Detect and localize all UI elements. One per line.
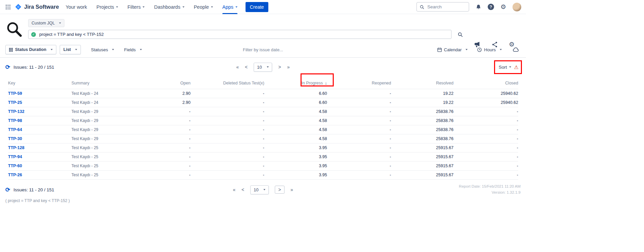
primary-nav: Your work Projects Filters Dashboards Pe… [66,0,237,14]
next-page-button[interactable]: > [278,64,281,70]
nav-item-dashboards[interactable]: Dashboards [154,0,184,14]
cell-resolved: 25915.67 [391,143,453,152]
cell-deleted-status-test: - [191,143,264,152]
user-avatar[interactable] [513,3,521,11]
issue-key-link[interactable]: TTP-64 [8,127,22,132]
statuses-dropdown[interactable]: Statuses [91,47,114,52]
chevron-down-icon [51,49,53,50]
issue-key-link[interactable]: TTP-30 [8,136,22,141]
sort-dropdown[interactable]: Sort [499,65,511,70]
create-button[interactable]: Create [246,2,268,12]
table-row: TTP-59 Test Kaydı - 24 2.90 - 6.60 - 19.… [8,89,518,98]
view-type-button[interactable]: Status Duration [5,45,56,54]
chevron-down-icon [500,49,502,50]
notifications-bell-icon[interactable] [474,3,483,11]
jql-echo: ( project = TTP and key < TTP-152 ) [5,198,526,203]
column-header-closed[interactable]: Closed [453,76,518,89]
cell-in-progress: 3.95 [264,171,327,180]
issues-count-label: Issues: 11 - 20 / 151 [13,187,54,192]
prev-page-button[interactable]: < [241,187,244,192]
cell-in-progress: 3.95 [264,143,327,152]
issues-info-bottom: ⟳ Issues: 11 - 20 / 151 [5,187,54,193]
settings-gear-icon[interactable]: ⚙ [499,2,507,11]
jql-mode-button[interactable]: Custom JQL [28,19,64,27]
cell-closed: - [453,107,518,116]
issue-summary: Test Kaydı - 29 [71,125,149,134]
issue-summary: Test Kaydı - 24 [71,89,149,98]
column-header-deleted-status-test[interactable]: Deleted Status Test(x) [191,76,264,89]
cell-open: - [149,107,191,116]
jira-brand[interactable]: Jira Software [15,3,59,10]
global-search[interactable] [416,2,469,12]
list-view-button[interactable]: List [60,45,81,54]
issue-key-link[interactable]: TTP-98 [8,118,22,123]
table-row: TTP-26 Test Kaydı - 25 - - 3.95 - 25915.… [8,171,518,180]
issue-key-link[interactable]: TTP-128 [8,145,24,150]
toolbar-divider [0,57,526,58]
cell-resolved: 19.22 [391,89,453,98]
help-icon[interactable]: ? [488,4,494,10]
issue-key-link[interactable]: TTP-60 [8,164,22,168]
cell-reopened: - [327,152,391,162]
global-search-input[interactable] [427,4,464,10]
page-size-select[interactable]: 10 [250,185,269,194]
nav-item-projects[interactable]: Projects [97,0,118,14]
export-cloud-icon[interactable] [511,46,521,54]
app-switcher-icon[interactable] [4,3,12,11]
pagination-top: « < 10 > » [236,63,289,72]
nav-item-people[interactable]: People [194,0,213,14]
issue-key-link[interactable]: TTP-132 [8,109,24,114]
jql-query-field[interactable]: ✓ [28,30,451,39]
hours-dropdown[interactable]: Hours [477,47,502,52]
cell-open: - [149,162,191,171]
cell-closed: - [453,152,518,162]
column-header-resolved[interactable]: Resolved [391,76,453,89]
cell-deleted-status-test: - [191,98,264,107]
page-size-select[interactable]: 10 [254,63,272,72]
issue-date-filter-input[interactable] [224,47,302,53]
jql-submit-search-icon[interactable] [456,30,464,39]
issue-key-link[interactable]: TTP-25 [8,100,22,105]
cell-open: - [149,171,191,180]
first-page-button[interactable]: « [233,187,235,192]
table-row: TTP-94 Test Kaydı - 25 - - 3.95 - 25915.… [8,152,518,162]
next-page-button[interactable]: > [275,186,284,194]
nav-item-apps[interactable]: Apps [222,0,237,14]
column-header-open[interactable]: Open [149,76,191,89]
chevron-down-icon [509,66,511,68]
nav-item-your-work[interactable]: Your work [66,0,87,14]
cell-reopened: - [327,171,391,180]
nav-item-filters[interactable]: Filters [127,0,145,14]
calendar-icon [437,47,442,52]
last-page-button[interactable]: » [287,64,290,70]
cell-closed: - [453,125,518,134]
column-header-in-progress[interactable]: In Progress ↓ [264,76,327,89]
cell-in-progress: 4.58 [264,107,327,116]
column-header-key[interactable]: Key [8,76,71,89]
prev-page-button[interactable]: < [245,64,248,70]
jql-query-input[interactable] [39,32,448,37]
report-version: Version: 1.32.1.9 [459,190,521,196]
cell-deleted-status-test: - [191,162,264,171]
cell-deleted-status-test: - [191,116,264,125]
issue-key-link[interactable]: TTP-26 [8,173,22,177]
clock-icon [477,47,482,52]
column-header-summary[interactable]: Summary [71,76,149,89]
issue-summary: Test Kaydı - 25 [71,152,149,162]
issue-key-link[interactable]: TTP-94 [8,154,22,159]
issue-key-link[interactable]: TTP-59 [8,91,22,96]
cell-resolved: 25915.67 [391,162,453,171]
first-page-button[interactable]: « [236,64,239,70]
chevron-down-icon [140,49,142,50]
refresh-icon[interactable]: ⟳ [5,187,10,193]
column-header-reopened[interactable]: Reopened [327,76,391,89]
table-row: TTP-98 Test Kaydı - 29 - - 4.58 - 25838.… [8,116,518,125]
sort-warning-icon[interactable]: ⚠ [514,65,519,70]
issues-table-wrap: Key Summary Open Deleted Status Test(x) … [8,76,526,180]
refresh-icon[interactable]: ⟳ [5,64,10,70]
cell-closed: - [453,171,518,180]
fields-dropdown[interactable]: Fields [124,47,142,52]
calendar-dropdown[interactable]: Calendar [437,47,468,52]
table-row: TTP-30 Test Kaydı - 29 - - 4.58 - 25838.… [8,134,518,143]
last-page-button[interactable]: » [290,187,293,192]
